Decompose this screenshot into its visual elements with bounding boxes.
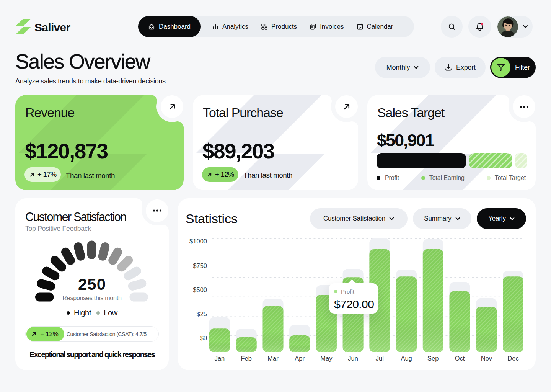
svg-text:Dec: Dec	[507, 355, 518, 362]
svg-text:$750: $750	[193, 262, 207, 269]
svg-text:Feb: Feb	[241, 355, 251, 362]
svg-text:Jun: Jun	[348, 355, 358, 362]
svg-text:Aug: Aug	[401, 355, 412, 362]
svg-text:Nov: Nov	[481, 355, 492, 362]
svg-text:Mar: Mar	[267, 355, 279, 362]
svg-text:Apr: Apr	[295, 355, 305, 362]
svg-text:$25: $25	[196, 310, 207, 317]
svg-text:$0: $0	[200, 335, 207, 341]
svg-text:Jul: Jul	[376, 355, 384, 362]
svg-text:Jan: Jan	[215, 355, 225, 362]
svg-text:$500: $500	[193, 286, 207, 293]
svg-text:May: May	[320, 355, 333, 362]
svg-text:$1000: $1000	[189, 238, 207, 245]
svg-text:Sep: Sep	[427, 355, 439, 362]
svg-text:Oct: Oct	[455, 355, 465, 362]
